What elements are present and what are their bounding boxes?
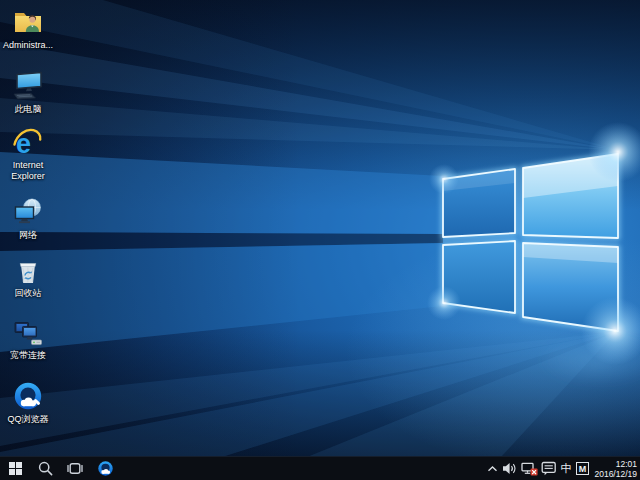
desktop-icon-broadband-connection[interactable]: 宽带连接	[0, 316, 56, 361]
ime-letter-indicator: M	[576, 462, 589, 475]
system-tray: 中 M 12:01 2016/12/19	[484, 457, 640, 480]
desktop-icon-label: QQ浏览器	[7, 414, 48, 425]
taskbar: 中 M 12:01 2016/12/19	[0, 456, 640, 480]
volume-button[interactable]	[500, 457, 519, 480]
desktop-icon-label: 网络	[19, 230, 37, 241]
desktop-icon-label: Internet Explorer	[0, 160, 56, 182]
task-view-button[interactable]	[60, 457, 90, 480]
task-view-icon	[67, 462, 83, 475]
user-folder-icon	[12, 6, 44, 38]
windows-logo-icon	[9, 462, 22, 475]
internet-explorer-icon: e	[12, 126, 44, 158]
desktop-icon-this-pc[interactable]: 此电脑	[0, 70, 56, 115]
search-icon	[38, 461, 53, 476]
desktop-icon-label: 回收站	[15, 288, 42, 299]
start-button[interactable]	[0, 457, 30, 480]
desktop-icon-administrator-folder[interactable]: Administra...	[0, 6, 56, 51]
search-button[interactable]	[30, 457, 60, 480]
recycle-bin-icon	[12, 254, 44, 286]
qq-browser-icon	[97, 460, 114, 477]
desktop-icon-label: 宽带连接	[10, 350, 46, 361]
desktop-icon-label: Administra...	[3, 40, 53, 51]
taskbar-clock[interactable]: 12:01 2016/12/19	[591, 459, 637, 479]
this-pc-icon	[12, 70, 44, 102]
network-disconnected-icon	[521, 462, 538, 476]
messages-button[interactable]	[539, 457, 558, 480]
desktop-icon-qq-browser[interactable]: QQ浏览器	[0, 380, 56, 425]
taskbar-empty-area	[120, 457, 484, 480]
volume-icon	[502, 462, 517, 475]
desktop-icon-internet-explorer[interactable]: e Internet Explorer	[0, 126, 56, 182]
broadband-connection-icon	[12, 316, 44, 348]
chevron-up-icon	[487, 465, 498, 473]
ime-mode-indicator[interactable]: 中	[558, 457, 574, 480]
taskbar-qq-browser-button[interactable]	[90, 457, 120, 480]
desktop-icon-label: 此电脑	[15, 104, 42, 115]
hidden-icons-button[interactable]	[484, 457, 500, 480]
ime-language-button[interactable]: M	[574, 457, 591, 480]
clock-time: 12:01	[594, 459, 637, 469]
network-status-button[interactable]	[519, 457, 539, 480]
message-icon	[541, 461, 557, 476]
network-icon	[12, 196, 44, 228]
wallpaper-windows-hero	[0, 0, 640, 480]
clock-date: 2016/12/19	[594, 469, 637, 479]
qq-browser-icon	[12, 380, 44, 412]
desktop-icon-network[interactable]: 网络	[0, 196, 56, 241]
desktop-icon-recycle-bin[interactable]: 回收站	[0, 254, 56, 299]
windows-desktop: Administra... 此电脑 e Internet Explorer	[0, 0, 640, 480]
